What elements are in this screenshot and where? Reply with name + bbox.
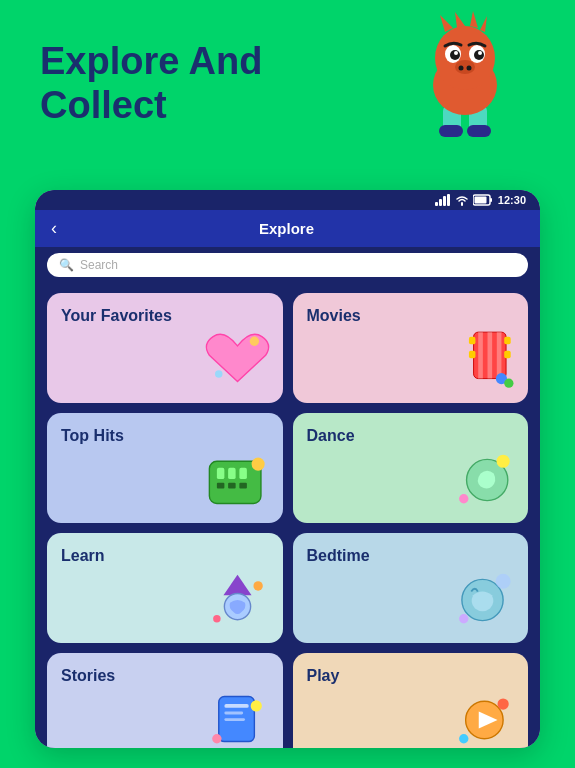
svg-point-55 xyxy=(459,614,468,623)
page-title: Explore And Collect xyxy=(40,40,262,127)
svg-point-5 xyxy=(435,26,495,90)
svg-rect-57 xyxy=(224,704,248,708)
grid-item-label-favorites: Your Favorites xyxy=(61,307,269,325)
svg-marker-7 xyxy=(455,12,465,28)
svg-point-48 xyxy=(459,494,468,503)
svg-point-61 xyxy=(212,734,221,743)
wifi-icon xyxy=(455,194,469,206)
svg-point-26 xyxy=(249,337,258,346)
grid-item-label-dance: Dance xyxy=(307,427,515,445)
svg-rect-20 xyxy=(439,199,442,206)
svg-rect-40 xyxy=(228,468,236,479)
grid-item-label-stories: Stories xyxy=(61,667,269,685)
svg-marker-6 xyxy=(440,15,453,32)
back-button[interactable]: ‹ xyxy=(45,216,63,241)
svg-rect-3 xyxy=(467,125,491,137)
grid-item-label-bedtime: Bedtime xyxy=(307,547,515,565)
grid-item-learn[interactable]: Learn xyxy=(47,533,283,643)
svg-marker-8 xyxy=(470,11,478,28)
status-icons xyxy=(435,194,493,206)
explore-grid: Your Favorites Movies Top Hits Dance xyxy=(35,283,540,748)
svg-point-37 xyxy=(504,379,513,388)
grid-item-label-tophits: Top Hits xyxy=(61,427,269,445)
svg-rect-34 xyxy=(469,351,476,358)
svg-point-18 xyxy=(467,66,472,71)
svg-point-63 xyxy=(498,698,509,709)
search-icon: 🔍 xyxy=(59,258,74,272)
svg-rect-30 xyxy=(488,332,493,378)
tablet-frame: 12:30 ‹ Explore 🔍 Search Your Favorites … xyxy=(35,190,540,748)
battery-icon xyxy=(473,194,493,206)
svg-rect-44 xyxy=(239,483,247,489)
signal-icon xyxy=(435,194,451,206)
svg-point-52 xyxy=(213,615,221,623)
grid-item-favorites[interactable]: Your Favorites xyxy=(47,293,283,403)
grid-item-tophits[interactable]: Top Hits xyxy=(47,413,283,523)
svg-point-47 xyxy=(497,455,510,468)
nav-title: Explore xyxy=(73,220,500,237)
svg-point-16 xyxy=(455,60,475,74)
grid-item-stories[interactable]: Stories xyxy=(47,653,283,748)
svg-marker-49 xyxy=(223,575,251,596)
grid-item-label-movies: Movies xyxy=(307,307,515,325)
svg-rect-2 xyxy=(439,125,463,137)
svg-point-27 xyxy=(215,370,223,378)
svg-rect-33 xyxy=(504,337,511,344)
grid-item-emoji-stories xyxy=(200,685,275,748)
svg-point-14 xyxy=(454,51,458,55)
monster-character xyxy=(415,10,515,140)
svg-rect-39 xyxy=(216,468,224,479)
svg-rect-31 xyxy=(497,332,502,378)
search-placeholder: Search xyxy=(80,258,118,272)
title-line1: Explore And xyxy=(40,40,262,82)
grid-item-dance[interactable]: Dance xyxy=(293,413,529,523)
status-time: 12:30 xyxy=(498,194,526,206)
svg-rect-58 xyxy=(224,712,243,715)
tablet-inner: 12:30 ‹ Explore 🔍 Search Your Favorites … xyxy=(35,190,540,748)
grid-item-emoji-favorites xyxy=(200,325,275,403)
grid-item-label-learn: Learn xyxy=(61,547,269,565)
svg-rect-24 xyxy=(490,198,492,202)
svg-rect-41 xyxy=(239,468,247,479)
svg-rect-42 xyxy=(216,483,224,489)
svg-rect-25 xyxy=(474,197,486,204)
svg-rect-22 xyxy=(447,194,450,206)
svg-rect-19 xyxy=(435,202,438,206)
grid-item-emoji-bedtime xyxy=(445,565,520,643)
svg-rect-21 xyxy=(443,196,446,206)
status-bar: 12:30 xyxy=(35,190,540,210)
svg-marker-9 xyxy=(480,16,487,32)
nav-bar: ‹ Explore xyxy=(35,210,540,247)
svg-point-54 xyxy=(496,574,511,589)
svg-point-51 xyxy=(253,581,262,590)
grid-item-emoji-dance xyxy=(445,445,520,523)
svg-point-45 xyxy=(251,458,264,471)
title-line2: Collect xyxy=(40,84,167,126)
svg-point-60 xyxy=(250,700,261,711)
svg-point-17 xyxy=(459,66,464,71)
grid-item-movies[interactable]: Movies xyxy=(293,293,529,403)
svg-rect-32 xyxy=(469,337,476,344)
grid-item-bedtime[interactable]: Bedtime xyxy=(293,533,529,643)
svg-point-15 xyxy=(478,51,482,55)
svg-rect-43 xyxy=(228,483,236,489)
svg-rect-59 xyxy=(224,718,245,721)
grid-item-emoji-movies xyxy=(455,325,520,403)
grid-item-emoji-learn xyxy=(200,565,275,643)
svg-rect-29 xyxy=(478,332,483,378)
header-section: Explore And Collect xyxy=(40,40,262,127)
grid-item-emoji-tophits xyxy=(200,445,275,523)
grid-item-label-play: Play xyxy=(307,667,515,685)
svg-rect-35 xyxy=(504,351,511,358)
grid-item-play[interactable]: Play xyxy=(293,653,529,748)
search-input-box[interactable]: 🔍 Search xyxy=(47,253,528,277)
svg-point-64 xyxy=(459,734,468,743)
grid-item-emoji-play xyxy=(445,685,520,748)
search-bar-container: 🔍 Search xyxy=(35,247,540,283)
